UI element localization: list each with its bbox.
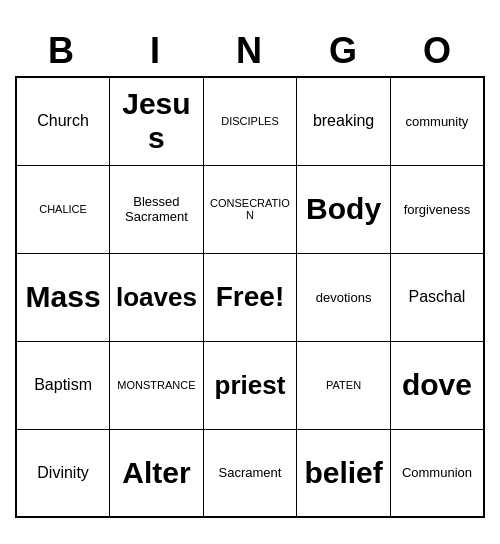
bingo-cell: Paschal	[390, 253, 484, 341]
bingo-cell: Mass	[16, 253, 110, 341]
bingo-cell: PATEN	[297, 341, 391, 429]
bingo-cell: Jesus	[110, 77, 204, 165]
bingo-cell: priest	[203, 341, 297, 429]
bingo-cell: CONSECRATION	[203, 165, 297, 253]
bingo-cell: belief	[297, 429, 391, 517]
bingo-cell: CHALICE	[16, 165, 110, 253]
bingo-cell: breaking	[297, 77, 391, 165]
bingo-cell: devotions	[297, 253, 391, 341]
header-b: B	[15, 26, 109, 76]
bingo-cell: DISCIPLES	[203, 77, 297, 165]
table-row: BaptismMONSTRANCEpriestPATENdove	[16, 341, 484, 429]
bingo-cell: Blessed Sacrament	[110, 165, 204, 253]
bingo-cell: Sacrament	[203, 429, 297, 517]
bingo-card: B I N G O ChurchJesusDISCIPLESbreakingco…	[15, 26, 485, 518]
bingo-cell: Communion	[390, 429, 484, 517]
header-i: I	[109, 26, 203, 76]
bingo-cell: forgiveness	[390, 165, 484, 253]
bingo-grid: ChurchJesusDISCIPLESbreakingcommunityCHA…	[15, 76, 485, 518]
header-n: N	[203, 26, 297, 76]
header-g: G	[297, 26, 391, 76]
bingo-cell: Baptism	[16, 341, 110, 429]
table-row: DivinityAlterSacramentbeliefCommunion	[16, 429, 484, 517]
bingo-cell: loaves	[110, 253, 204, 341]
bingo-cell: Divinity	[16, 429, 110, 517]
bingo-cell: MONSTRANCE	[110, 341, 204, 429]
header-o: O	[391, 26, 485, 76]
bingo-cell: community	[390, 77, 484, 165]
table-row: MassloavesFree!devotionsPaschal	[16, 253, 484, 341]
table-row: CHALICEBlessed SacramentCONSECRATIONBody…	[16, 165, 484, 253]
bingo-header: B I N G O	[15, 26, 485, 76]
bingo-cell: Alter	[110, 429, 204, 517]
bingo-cell: Church	[16, 77, 110, 165]
table-row: ChurchJesusDISCIPLESbreakingcommunity	[16, 77, 484, 165]
bingo-cell: Body	[297, 165, 391, 253]
bingo-cell: dove	[390, 341, 484, 429]
bingo-cell: Free!	[203, 253, 297, 341]
